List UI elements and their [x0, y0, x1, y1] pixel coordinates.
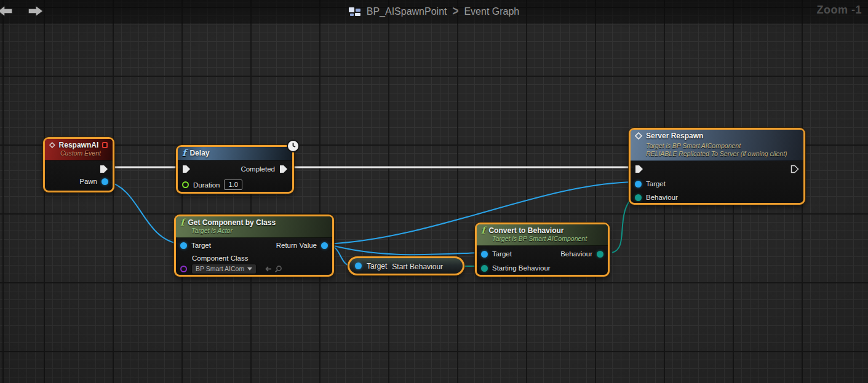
server-respawn-header: Server Respawn Target is BP Smart AIComp… [631, 130, 803, 161]
exec-output-pin-unconnected[interactable] [790, 165, 799, 173]
duration-input-pin[interactable] [182, 181, 189, 188]
event-badge-icon [102, 142, 108, 148]
zoom-level-indicator: Zoom -1 [817, 4, 862, 17]
completed-exec-output-pin[interactable] [279, 165, 288, 173]
graph-title-bar: BP_AISpawnPoint > Event Graph [0, 0, 868, 23]
node-title: RespawnAI [59, 141, 99, 149]
duration-pin-label: Duration [193, 181, 220, 189]
node-subtitle: Target is BP Smart AIComponent [492, 235, 603, 243]
function-icon: f [182, 149, 186, 157]
function-icon: f [180, 219, 184, 226]
completed-pin-label: Completed [241, 165, 275, 173]
starting-behaviour-input-pin[interactable] [481, 265, 488, 272]
get-component-header: f Get Component by Class Target is Actor [176, 216, 332, 238]
dropdown-caret-icon [247, 267, 252, 270]
node-convert-to-behaviour[interactable]: f Convert to Behaviour Target is BP Smar… [475, 223, 610, 277]
node-title: Server Respawn [646, 132, 703, 140]
wire-returnvalue-to-convert-target[interactable] [327, 244, 480, 255]
behaviour-input-pin[interactable] [635, 194, 642, 201]
function-icon: f [481, 227, 485, 234]
event-diamond-icon [635, 132, 642, 140]
behaviour-pin-label: Behaviour [646, 194, 678, 201]
latent-clock-icon [287, 140, 300, 152]
target-input-pin[interactable] [635, 181, 642, 188]
return-value-pin-label: Return Value [276, 242, 317, 249]
component-class-dropdown[interactable]: BP Smart AICom [191, 264, 257, 274]
breadcrumb-blueprint-name[interactable]: BP_AISpawnPoint [367, 6, 447, 17]
reset-to-default-icon[interactable] [265, 266, 272, 272]
blueprint-icon [349, 7, 361, 17]
return-value-output-pin[interactable] [321, 242, 328, 249]
duration-value-input[interactable]: 1.0 [224, 180, 242, 190]
start-behaviour-pin-label: Start Behaviour [392, 263, 443, 271]
wire-behaviour-to-server-behaviour[interactable] [612, 195, 634, 253]
behaviour-output-pin[interactable] [597, 251, 603, 258]
node-subtitle-line1: Target is BP Smart AIComponent [646, 142, 798, 150]
target-pin-label: Target [191, 242, 211, 249]
custom-event-icon [49, 141, 55, 149]
node-server-respawn[interactable]: Server Respawn Target is BP Smart AIComp… [629, 128, 805, 205]
node-title: Get Component by Class [188, 218, 276, 227]
component-class-input-pin[interactable] [180, 266, 187, 272]
target-input-pin[interactable] [481, 251, 488, 258]
starting-behaviour-pin-label: Starting Behaviour [492, 264, 551, 272]
node-respawn-ai-custom-event[interactable]: RespawnAI Custom Event Pawn [43, 137, 114, 192]
target-input-pin[interactable] [180, 242, 187, 249]
convert-header: f Convert to Behaviour Target is BP Smar… [477, 224, 608, 246]
delay-header: f Delay [178, 147, 292, 160]
node-get-component-by-class[interactable]: f Get Component by Class Target is Actor… [174, 215, 334, 277]
node-start-behaviour[interactable]: Target Start Behaviour [348, 256, 464, 275]
behaviour-pin-label: Behaviour [560, 250, 592, 258]
node-delay[interactable]: f Delay Completed Duration 1.0 [176, 145, 294, 194]
component-class-pin-label: Component Class [192, 255, 248, 262]
breadcrumb-separator-icon: > [452, 4, 458, 20]
node-subtitle: Custom Event [60, 149, 108, 157]
target-pin-label: Target [646, 180, 666, 188]
wire-pawn-to-target[interactable] [107, 181, 181, 244]
blueprint-event-graph[interactable]: RespawnAI Custom Event Pawn [0, 0, 868, 383]
pawn-output-pin[interactable] [102, 178, 108, 185]
node-title: Delay [189, 149, 209, 157]
breadcrumb: BP_AISpawnPoint > Event Graph [0, 0, 868, 23]
node-subtitle: Target is Actor [191, 227, 327, 235]
target-input-pin[interactable] [355, 263, 362, 269]
breadcrumb-graph-name[interactable]: Event Graph [464, 6, 519, 17]
node-subtitle-line2: RELIABLE Replicated To Server (if owning… [646, 150, 798, 158]
target-pin-label: Target [492, 250, 512, 258]
exec-input-pin[interactable] [182, 165, 191, 173]
pawn-pin-label: Pawn [79, 178, 97, 185]
node-title: Convert to Behaviour [488, 226, 563, 235]
respawn-ai-header: RespawnAI Custom Event [45, 139, 113, 160]
component-class-value: BP Smart AICom [196, 265, 244, 273]
exec-output-pin[interactable] [100, 165, 108, 173]
browse-magnifier-icon[interactable] [274, 265, 282, 273]
target-pin-label: Target [367, 262, 387, 270]
exec-input-pin[interactable] [635, 165, 643, 173]
